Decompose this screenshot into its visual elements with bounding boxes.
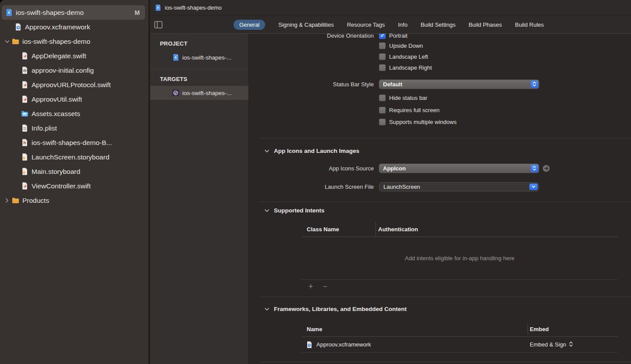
frameworks-table: Name Embed Approov.xcframework Embed & S… [301, 322, 618, 353]
framework-name-cell: Approov.xcframework [301, 341, 371, 348]
landscape-left-checkbox[interactable] [379, 53, 386, 60]
project-target-selector: PROJECT ios-swift-shapes-... TARGETS ios… [150, 34, 249, 364]
device-orientation-row: Device Orientation ✓ Portrait [249, 34, 631, 40]
target-item[interactable]: ios-swift-shapes-... [150, 86, 248, 100]
tab-build-settings[interactable]: Build Settings [421, 20, 456, 30]
swift-file-icon [21, 52, 28, 60]
plist-file-icon [21, 124, 28, 132]
class-name-column-header: Class Name [301, 222, 376, 237]
landscape-right-checkbox[interactable] [379, 64, 386, 71]
section-separator [259, 201, 631, 202]
app-icons-source-value: AppIcon [383, 165, 406, 172]
config-file-icon [21, 67, 28, 74]
intents-table-header: Class Name Authentication [301, 222, 618, 237]
supports-multiple-windows-row: Supports multiple windows [249, 117, 631, 127]
project-item[interactable]: ios-swift-shapes-... [150, 50, 248, 64]
chevron-right-icon[interactable] [4, 198, 11, 203]
hide-status-bar-row: Hide status bar [249, 93, 631, 102]
authentication-column-header: Authentication [376, 222, 418, 237]
requires-full-screen-checkbox[interactable] [379, 107, 386, 113]
chevron-down-icon[interactable] [4, 40, 11, 43]
navigator-item-approov-urlprotocol[interactable]: ApproovURLProtocol.swift [0, 78, 149, 92]
sidebar-toggle-icon[interactable] [154, 20, 163, 29]
storyboard-file-icon [21, 153, 28, 161]
app-icons-source-popup[interactable]: AppIcon [379, 164, 539, 173]
app-icons-source-row: App Icons Source AppIcon [249, 163, 631, 173]
navigator-item-label: ViewController.swift [32, 182, 91, 190]
navigator-item-xcframework[interactable]: Approov.xcframework [0, 20, 149, 34]
navigator-item-project-root[interactable]: ios-swift-shapes-demo M [2, 5, 145, 20]
chevron-down-icon[interactable] [264, 148, 269, 154]
navigator-item-label: approov-initial.config [32, 67, 94, 74]
svg-text:h: h [23, 140, 26, 145]
app-target-icon [172, 89, 179, 96]
portrait-checkbox[interactable]: ✓ [379, 34, 386, 39]
portrait-label: Portrait [389, 34, 408, 39]
project-file-icon [5, 9, 13, 16]
launch-screen-file-combobox[interactable]: LaunchScreen [379, 182, 539, 191]
navigator-item-info-plist[interactable]: Info.plist [0, 121, 149, 135]
tab-info[interactable]: Info [398, 20, 408, 30]
remove-intent-button[interactable]: − [323, 283, 328, 290]
name-column-header: Name [301, 322, 322, 336]
swift-file-icon [21, 182, 28, 190]
upside-down-row: Upside Down [249, 41, 631, 50]
add-intent-button[interactable]: + [308, 283, 313, 290]
upside-down-checkbox[interactable] [379, 42, 386, 49]
navigator-item-label: ios-swift-shapes-demo [22, 38, 90, 46]
xcode-window: ios-swift-shapes-demo M Approov.xcframew… [0, 0, 631, 364]
status-bar-style-value: Default [383, 81, 402, 88]
tab-signing-capabilities[interactable]: Signing & Capabilities [278, 20, 333, 30]
launch-screen-file-label: Launch Screen File [249, 184, 374, 190]
navigator-item-assets[interactable]: Assets.xcassets [0, 106, 149, 121]
navigator-item-approov-util[interactable]: ApproovUtil.swift [0, 92, 149, 106]
xcframework-file-icon [14, 23, 22, 31]
app-icons-section-title: App Icons and Launch Images [274, 148, 359, 154]
navigator-item-main-storyboard[interactable]: Main.storyboard [0, 164, 149, 179]
frameworks-table-header: Name Embed [301, 322, 618, 337]
supports-multiple-windows-checkbox[interactable] [379, 119, 386, 125]
goto-appicon-arrow-button[interactable] [542, 165, 550, 172]
navigator-item-label: AppDelegate.swift [32, 52, 86, 60]
general-settings-pane: Device Orientation ✓ Portrait Upside Dow… [249, 34, 631, 364]
intents-table-footer: + − [301, 280, 618, 293]
project-file-icon [155, 4, 161, 11]
navigator-item-label: LaunchScreen.storyboard [32, 153, 110, 161]
status-bar-style-popup[interactable]: Default [379, 80, 539, 89]
embed-column-header: Embed [530, 322, 549, 336]
folder-icon [12, 197, 19, 204]
navigator-item-approov-config[interactable]: approov-initial.config [0, 63, 149, 78]
chevron-down-icon[interactable] [264, 306, 269, 312]
frameworks-section-header: Frameworks, Libraries, and Embedded Cont… [264, 305, 407, 313]
landscape-left-label: Landscape Left [389, 53, 428, 60]
chevron-down-icon [529, 184, 538, 190]
folder-icon [12, 38, 19, 45]
embed-setting-popup[interactable]: Embed & Sign [530, 341, 573, 348]
intents-empty-state: Add intents eligible for in-app handling… [301, 237, 618, 280]
hide-status-bar-checkbox[interactable] [379, 95, 386, 101]
navigator-item-appdelegate[interactable]: AppDelegate.swift [0, 49, 149, 63]
project-file-icon [172, 54, 179, 61]
navigator-item-bridging-header[interactable]: h ios-swift-shapes-demo-B... [0, 135, 149, 150]
navigator-item-products-folder[interactable]: Products [0, 193, 149, 208]
navigator-item-label: Products [22, 197, 49, 205]
navigator-item-group-folder[interactable]: ios-swift-shapes-demo [0, 34, 149, 49]
updown-chevrons-icon [569, 341, 573, 348]
chevron-down-icon[interactable] [264, 207, 269, 214]
navigator-item-launchscreen-storyboard[interactable]: LaunchScreen.storyboard [0, 150, 149, 164]
column-separator[interactable] [528, 324, 528, 335]
framework-row[interactable]: Approov.xcframework Embed & Sign [301, 337, 618, 353]
xcframework-file-icon [306, 341, 313, 348]
navigator-item-viewcontroller[interactable]: ViewController.swift [0, 179, 149, 193]
navigator-item-label: Info.plist [32, 124, 57, 132]
status-bar-style-label: Status Bar Style [249, 81, 374, 88]
tab-build-phases[interactable]: Build Phases [468, 20, 502, 30]
tab-build-rules[interactable]: Build Rules [515, 20, 544, 30]
xcassets-icon [21, 110, 28, 117]
tab-resource-tags[interactable]: Resource Tags [347, 20, 385, 30]
supported-intents-table: Class Name Authentication Add intents el… [301, 222, 618, 293]
navigator-item-label: Approov.xcframework [25, 23, 90, 31]
tab-general[interactable]: General [234, 20, 265, 30]
launch-screen-file-value: LaunchScreen [383, 184, 420, 190]
file-navigator: ios-swift-shapes-demo M Approov.xcframew… [0, 0, 149, 364]
